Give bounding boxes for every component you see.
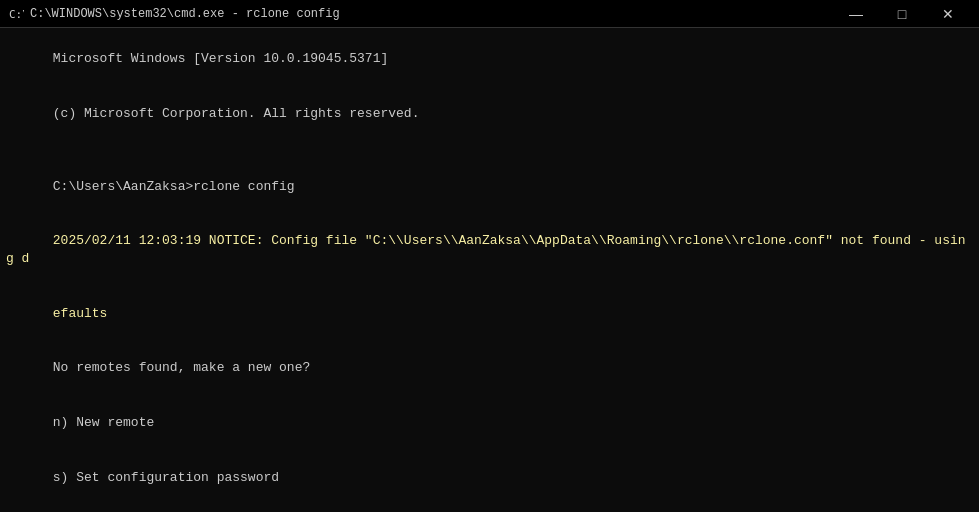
terminal-line-notice-cont: efaults: [6, 287, 973, 342]
terminal-line: n) New remote: [6, 396, 973, 451]
maximize-button[interactable]: □: [879, 0, 925, 28]
cmd-window: C:\ C:\WINDOWS\system32\cmd.exe - rclone…: [0, 0, 979, 512]
terminal-line: C:\Users\AanZaksa>rclone config: [6, 159, 973, 214]
minimize-button[interactable]: —: [833, 0, 879, 28]
terminal-output[interactable]: Microsoft Windows [Version 10.0.19045.53…: [0, 28, 979, 512]
terminal-line-notice: 2025/02/11 12:03:19 NOTICE: Config file …: [6, 214, 973, 287]
cmd-icon: C:\: [8, 6, 24, 22]
window-title: C:\WINDOWS\system32\cmd.exe - rclone con…: [30, 7, 833, 21]
terminal-line: (c) Microsoft Corporation. All rights re…: [6, 87, 973, 142]
terminal-line: q) Quit config: [6, 505, 973, 512]
terminal-line: Microsoft Windows [Version 10.0.19045.53…: [6, 32, 973, 87]
terminal-line: No remotes found, make a new one?: [6, 341, 973, 396]
terminal-line: s) Set configuration password: [6, 450, 973, 505]
terminal-line: [6, 141, 973, 159]
close-button[interactable]: ✕: [925, 0, 971, 28]
window-controls: — □ ✕: [833, 0, 971, 28]
svg-text:C:\: C:\: [9, 8, 24, 21]
title-bar: C:\ C:\WINDOWS\system32\cmd.exe - rclone…: [0, 0, 979, 28]
